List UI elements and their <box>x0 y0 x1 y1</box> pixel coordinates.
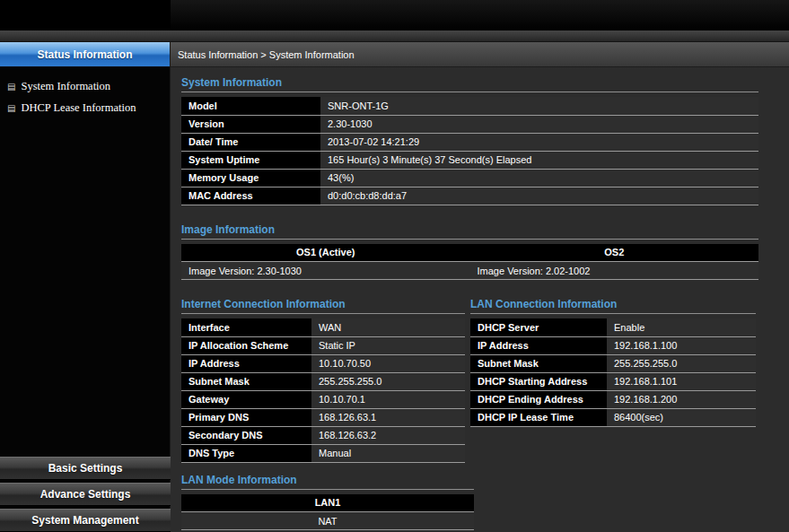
row-value: Enable <box>607 318 756 336</box>
section-title: Image Information <box>181 223 758 240</box>
sidebar-section-system-management[interactable]: System Management <box>0 509 171 532</box>
row-label: IP Address <box>181 354 311 372</box>
table-row: DHCP Ending Address 192.168.1.200 <box>470 390 756 408</box>
sidebar-menu: ▤ System Information ▤ DHCP Lease Inform… <box>0 67 170 115</box>
row-label: Subnet Mask <box>181 372 311 390</box>
row-value: 10.10.70.50 <box>311 354 465 372</box>
row-value: 192.168.1.200 <box>607 390 756 408</box>
table-row: System Uptime 165 Hour(s) 3 Minute(s) 37… <box>181 151 758 169</box>
list-icon: ▤ <box>7 83 15 92</box>
table-row: Model SNR-ONT-1G <box>181 97 758 115</box>
row-label: Subnet Mask <box>470 354 607 372</box>
table-row: DHCP IP Lease Time 86400(sec) <box>470 408 756 426</box>
section-image-information: Image Information OS1 (Active) OS2 Image… <box>181 223 789 281</box>
table-row: Date/ Time 2013-07-02 14:21:29 <box>181 133 758 151</box>
row-value: Manual <box>311 444 465 462</box>
section-system-information: System Information Model SNR-ONT-1G Vers… <box>181 76 789 205</box>
section-lan-connection: LAN Connection Information DHCP Server E… <box>470 298 756 427</box>
row-label: DHCP Ending Address <box>470 390 607 408</box>
row-label: MAC Address <box>181 187 320 205</box>
row-value: 168.126.63.1 <box>311 408 465 426</box>
row-label: Model <box>181 97 320 115</box>
row-value: 165 Hour(s) 3 Minute(s) 37 Second(s) Ela… <box>320 151 758 169</box>
os2-image-version: Image Version: 2.02-1002 <box>470 262 759 280</box>
row-label: DHCP Starting Address <box>470 372 607 390</box>
row-value: d0:d0:cb:d8:dd:a7 <box>320 187 758 205</box>
list-icon: ▤ <box>7 104 15 113</box>
top-strip <box>0 31 789 42</box>
sidebar: Status Information ▤ System Information … <box>0 42 171 532</box>
row-label: Date/ Time <box>181 133 320 151</box>
router-admin-page: Status Information > System Information … <box>0 0 789 532</box>
row-label: Interface <box>181 318 311 336</box>
section-title: LAN Connection Information <box>470 298 756 314</box>
connection-columns: Internet Connection Information Interfac… <box>181 298 789 463</box>
sidebar-section-status-information[interactable]: Status Information <box>0 42 170 67</box>
table-row: NAT <box>181 512 474 530</box>
table-row: Memory Usage 43(%) <box>181 169 758 187</box>
sidebar-section-basic-settings[interactable]: Basic Settings <box>0 457 171 480</box>
row-label: Gateway <box>181 390 311 408</box>
table-row: DNS Type Manual <box>181 444 465 462</box>
table-header-row: OS1 (Active) OS2 <box>181 244 758 262</box>
system-information-table: Model SNR-ONT-1G Version 2.30-1030 Date/… <box>181 97 758 205</box>
row-value: Static IP <box>311 336 465 354</box>
row-value: 255.255.255.0 <box>311 372 465 390</box>
row-label: IP Allocation Scheme <box>181 336 311 354</box>
row-value: 2013-07-02 14:21:29 <box>320 133 758 151</box>
row-value: 192.168.1.100 <box>607 336 756 354</box>
row-label: System Uptime <box>181 151 320 169</box>
os1-image-version: Image Version: 2.30-1030 <box>181 262 470 280</box>
section-lan-mode: LAN Mode Information LAN1 NAT <box>181 474 789 531</box>
logo-area <box>0 0 171 31</box>
table-row: Interface WAN <box>181 318 465 336</box>
sidebar-bottom-buttons: Basic Settings Advance Settings System M… <box>0 454 171 532</box>
row-value: 43(%) <box>320 169 758 187</box>
table-row: Subnet Mask 255.255.255.0 <box>181 372 465 390</box>
section-title: Internet Connection Information <box>181 298 465 314</box>
table-row: Image Version: 2.30-1030 Image Version: … <box>181 262 758 280</box>
table-row: IP Address 192.168.1.100 <box>470 336 756 354</box>
section-title: System Information <box>181 76 758 92</box>
table-row: DHCP Server Enable <box>470 318 756 336</box>
row-label: IP Address <box>470 336 607 354</box>
table-row: Secondary DNS 168.126.63.2 <box>181 426 465 444</box>
main-content: System Information Model SNR-ONT-1G Vers… <box>171 68 789 532</box>
sidebar-item-label: System Information <box>21 80 110 93</box>
top-banner <box>0 0 789 31</box>
row-label: DHCP Server <box>470 318 607 336</box>
table-row: Primary DNS 168.126.63.1 <box>181 408 465 426</box>
sidebar-item-dhcp-lease-information[interactable]: ▤ DHCP Lease Information <box>5 101 164 115</box>
table-row: IP Address 10.10.70.50 <box>181 354 465 372</box>
sidebar-section-advance-settings[interactable]: Advance Settings <box>0 483 171 506</box>
table-row: Subnet Mask 255.255.255.0 <box>470 354 756 372</box>
os1-header: OS1 (Active) <box>181 244 470 262</box>
os2-header: OS2 <box>470 244 759 262</box>
row-value: 255.255.255.0 <box>607 354 756 372</box>
sidebar-item-label: DHCP Lease Information <box>21 101 136 115</box>
table-row: DHCP Starting Address 192.168.1.101 <box>470 372 756 390</box>
table-header-row: LAN1 <box>181 494 474 512</box>
row-value: SNR-ONT-1G <box>320 97 758 115</box>
image-information-table: OS1 (Active) OS2 Image Version: 2.30-103… <box>181 244 758 281</box>
row-label: DNS Type <box>181 444 311 462</box>
row-label: Memory Usage <box>181 169 320 187</box>
row-value: 192.168.1.101 <box>607 372 756 390</box>
row-label: Version <box>181 115 320 133</box>
lan-connection-table: DHCP Server Enable IP Address 192.168.1.… <box>470 318 756 427</box>
section-title: LAN Mode Information <box>181 474 474 490</box>
row-value: 86400(sec) <box>607 408 756 426</box>
row-value: WAN <box>311 318 465 336</box>
internet-connection-table: Interface WAN IP Allocation Scheme Stati… <box>181 318 465 463</box>
lan-mode-table: LAN1 NAT <box>181 494 474 531</box>
row-value: 2.30-1030 <box>320 115 758 133</box>
table-row: Gateway 10.10.70.1 <box>181 390 465 408</box>
row-label: Secondary DNS <box>181 426 311 444</box>
lan1-header: LAN1 <box>181 494 474 512</box>
row-value: 10.10.70.1 <box>311 390 465 408</box>
lan-mode-value: NAT <box>181 512 474 530</box>
table-row: IP Allocation Scheme Static IP <box>181 336 465 354</box>
row-value: 168.126.63.2 <box>311 426 465 444</box>
section-internet-connection: Internet Connection Information Interfac… <box>181 298 465 463</box>
sidebar-item-system-information[interactable]: ▤ System Information <box>5 80 164 93</box>
